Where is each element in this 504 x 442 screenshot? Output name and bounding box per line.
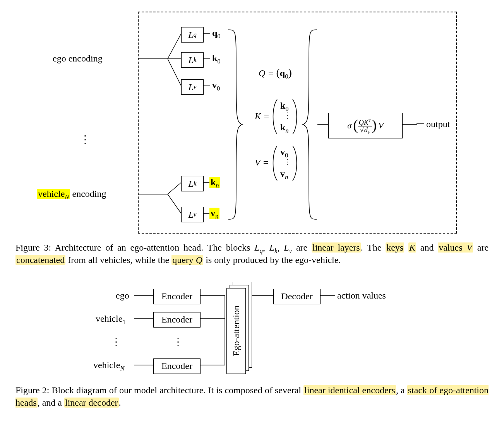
encoder-block-veh1: Encoder	[153, 312, 201, 328]
encoder-block-ego: Encoder	[153, 289, 201, 304]
figure-2: ego vehicle1 ⋮ vehicleN Encoder Encoder …	[58, 282, 446, 379]
figure-3: ego encoding ⋮ vehicleN encoding	[16, 8, 488, 236]
vehicle1-label: vehicle1	[96, 314, 126, 324]
egoattn-block: Ego-attention	[226, 288, 246, 374]
figure-3-caption: Figure 3: Architecture of an ego-attenti…	[15, 241, 489, 266]
action-values-label: action values	[337, 290, 386, 301]
ego-label: ego	[116, 290, 129, 301]
vehicleN-label: vehicleN	[93, 360, 125, 370]
decoder-block: Decoder	[273, 289, 321, 304]
outer-wiring-icon	[16, 8, 488, 236]
figure-2-caption: Figure 2: Block diagram of our model arc…	[15, 384, 489, 409]
fig2-vdots-enc-icon: ⋮	[173, 336, 183, 348]
encoder-block-vehN: Encoder	[153, 358, 201, 374]
fig2-vdots-left-icon: ⋮	[111, 336, 121, 348]
